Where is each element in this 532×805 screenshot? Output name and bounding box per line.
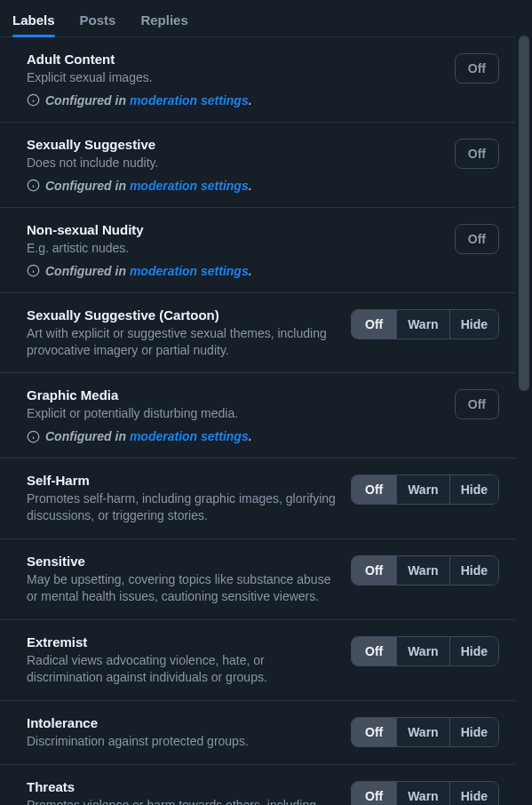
configured-period: . (249, 429, 252, 443)
configured-note: Configured in moderation settings. (27, 93, 444, 108)
label-description: Promotes violence or harm towards others… (27, 797, 340, 805)
seg-warn-button[interactable]: Warn (396, 782, 449, 805)
toggle-off-button[interactable]: Off (455, 389, 499, 419)
label-title: Extremist (27, 634, 340, 650)
seg-hide-button[interactable]: Hide (449, 718, 498, 746)
label-description: Art with explicit or suggestive sexual t… (27, 325, 340, 359)
label-controls: OffWarnHide (351, 634, 499, 666)
label-controls: Off (455, 52, 499, 84)
label-title: Adult Content (27, 52, 444, 67)
label-title: Non-sexual Nudity (27, 222, 444, 237)
seg-off-button[interactable]: Off (352, 718, 396, 746)
label-text: Sexually SuggestiveDoes not include nudi… (27, 137, 444, 193)
label-title: Sexually Suggestive (27, 137, 444, 152)
seg-warn-button[interactable]: Warn (396, 718, 449, 746)
info-icon (27, 264, 40, 277)
label-text: Graphic MediaExplicit or potentially dis… (27, 387, 444, 443)
tab-replies[interactable]: Replies (140, 12, 187, 36)
label-title: Threats (27, 779, 340, 794)
seg-off-button[interactable]: Off (352, 637, 396, 666)
segmented-control: OffWarnHide (351, 474, 499, 505)
toggle-off-button[interactable]: Off (455, 53, 499, 84)
configured-period: . (249, 93, 252, 108)
seg-off-button[interactable]: Off (352, 310, 396, 339)
configured-prefix: Configured in (45, 429, 126, 443)
label-title: Sensitive (27, 554, 340, 569)
label-row: Non-sexual NudityE.g. artistic nudes.Con… (0, 208, 515, 293)
moderation-settings-link[interactable]: moderation settings (130, 179, 249, 193)
info-icon (27, 179, 40, 192)
label-controls: Off (455, 387, 499, 419)
configured-note: Configured in moderation settings. (27, 429, 444, 443)
moderation-settings-link[interactable]: moderation settings (130, 93, 249, 108)
tab-bar: Labels Posts Replies (0, 0, 515, 37)
label-text: Non-sexual NudityE.g. artistic nudes.Con… (27, 222, 444, 278)
scrollbar[interactable] (519, 4, 529, 801)
segmented-control: OffWarnHide (351, 781, 499, 805)
label-description: Explicit sexual images. (27, 69, 444, 86)
seg-off-button[interactable]: Off (352, 556, 396, 585)
label-controls: Off (455, 222, 499, 254)
label-text: ThreatsPromotes violence or harm towards… (27, 779, 340, 805)
info-icon (27, 93, 40, 107)
label-text: Sexually Suggestive (Cartoon)Art with ex… (27, 307, 340, 359)
configured-note: Configured in moderation settings. (27, 264, 444, 278)
toggle-off-button[interactable]: Off (455, 139, 499, 169)
seg-warn-button[interactable]: Warn (396, 310, 449, 339)
moderation-settings-link[interactable]: moderation settings (130, 264, 249, 278)
label-description: E.g. artistic nudes. (27, 240, 444, 257)
seg-off-button[interactable]: Off (352, 475, 396, 504)
segmented-control: OffWarnHide (351, 555, 499, 586)
label-row: Adult ContentExplicit sexual images.Conf… (0, 37, 515, 123)
label-description: Discrimination against protected groups. (27, 733, 340, 750)
seg-hide-button[interactable]: Hide (449, 637, 498, 666)
seg-warn-button[interactable]: Warn (396, 637, 449, 666)
label-title: Graphic Media (27, 387, 444, 402)
label-list: Adult ContentExplicit sexual images.Conf… (0, 37, 515, 805)
label-row: ExtremistRadical views advocating violen… (0, 620, 515, 701)
label-description: May be upsetting, covering topics like s… (27, 571, 340, 605)
configured-period: . (249, 264, 252, 278)
tab-labels[interactable]: Labels (12, 12, 55, 36)
seg-hide-button[interactable]: Hide (449, 310, 498, 339)
seg-warn-button[interactable]: Warn (396, 556, 449, 585)
label-row: SensitiveMay be upsetting, covering topi… (0, 539, 515, 620)
tab-posts[interactable]: Posts (80, 12, 116, 36)
toggle-off-button[interactable]: Off (455, 224, 499, 254)
label-title: Intolerance (27, 715, 340, 730)
label-controls: OffWarnHide (351, 715, 499, 747)
segmented-control: OffWarnHide (351, 717, 499, 747)
seg-hide-button[interactable]: Hide (449, 782, 498, 805)
moderation-settings-link[interactable]: moderation settings (130, 429, 249, 443)
seg-hide-button[interactable]: Hide (449, 475, 498, 504)
seg-warn-button[interactable]: Warn (396, 475, 449, 504)
configured-prefix: Configured in (45, 93, 126, 108)
label-controls: OffWarnHide (351, 307, 499, 339)
label-controls: OffWarnHide (351, 779, 499, 805)
seg-hide-button[interactable]: Hide (449, 556, 498, 585)
scrollbar-thumb[interactable] (519, 36, 529, 391)
configured-note: Configured in moderation settings. (27, 179, 444, 193)
segmented-control: OffWarnHide (351, 636, 499, 666)
label-text: IntoleranceDiscrimination against protec… (27, 715, 340, 750)
info-icon (27, 430, 40, 443)
label-controls: OffWarnHide (351, 554, 499, 586)
label-row: Self-HarmPromotes self-harm, including g… (0, 458, 515, 539)
label-description: Radical views advocating violence, hate,… (27, 652, 340, 686)
label-title: Self-Harm (27, 473, 340, 488)
label-row: ThreatsPromotes violence or harm towards… (0, 765, 515, 805)
label-row: IntoleranceDiscrimination against protec… (0, 701, 515, 765)
label-row: Graphic MediaExplicit or potentially dis… (0, 373, 515, 458)
label-title: Sexually Suggestive (Cartoon) (27, 307, 340, 323)
label-controls: OffWarnHide (351, 473, 499, 505)
label-description: Promotes self-harm, including graphic im… (27, 490, 340, 524)
label-description: Does not include nudity. (27, 155, 444, 171)
label-text: Adult ContentExplicit sexual images.Conf… (27, 52, 444, 108)
configured-period: . (249, 179, 252, 193)
configured-prefix: Configured in (45, 264, 126, 278)
label-controls: Off (455, 137, 499, 169)
configured-prefix: Configured in (45, 179, 126, 193)
seg-off-button[interactable]: Off (352, 782, 396, 805)
label-row: Sexually SuggestiveDoes not include nudi… (0, 123, 515, 208)
label-row: Sexually Suggestive (Cartoon)Art with ex… (0, 293, 515, 374)
